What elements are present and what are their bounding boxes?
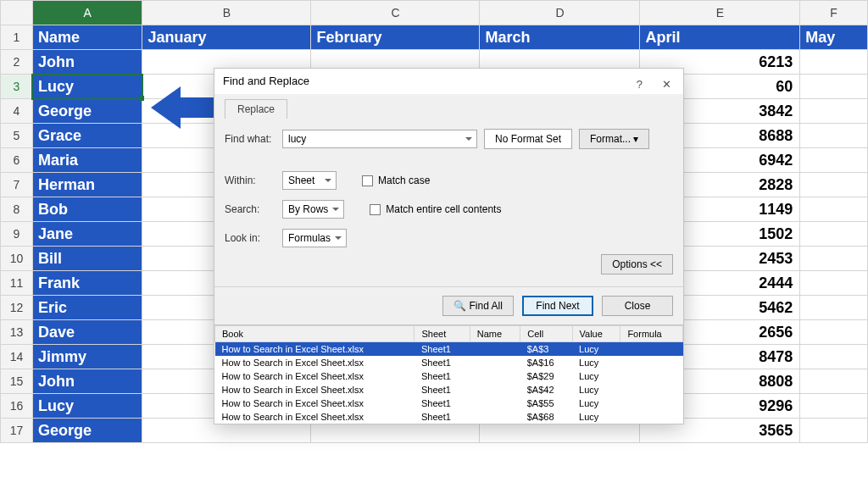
cell-A3[interactable]: Lucy xyxy=(32,75,142,99)
match-entire-checkbox[interactable]: Match entire cell contents xyxy=(370,203,501,215)
header-cell[interactable]: May xyxy=(800,25,868,50)
results-col-Value[interactable]: Value xyxy=(572,326,620,342)
cell-F5[interactable] xyxy=(800,124,868,148)
cell-A9[interactable]: Jane xyxy=(32,222,142,247)
row-header-7[interactable]: 7 xyxy=(1,173,33,197)
cell-F10[interactable] xyxy=(800,247,868,271)
cell-F7[interactable] xyxy=(800,173,868,197)
cell-F9[interactable] xyxy=(800,222,868,247)
col-header-B[interactable]: B xyxy=(142,1,311,25)
results-col-Book[interactable]: Book xyxy=(215,326,415,342)
row-header-16[interactable]: 16 xyxy=(1,394,33,419)
cell-A10[interactable]: Bill xyxy=(32,247,142,271)
cell-F6[interactable] xyxy=(800,148,868,173)
results-pane[interactable]: BookSheetNameCellValueFormulaHow to Sear… xyxy=(214,324,683,424)
find-what-input[interactable]: lucy xyxy=(282,130,477,148)
row-header-1[interactable]: 1 xyxy=(1,25,33,50)
find-replace-dialog: Find and Replace ? ✕ Replace Find what: … xyxy=(214,68,684,424)
row-header-10[interactable]: 10 xyxy=(1,247,33,271)
col-header-D[interactable]: D xyxy=(480,1,640,25)
tab-replace[interactable]: Replace xyxy=(225,99,287,119)
search-label: Search: xyxy=(225,203,275,215)
row-header-5[interactable]: 5 xyxy=(1,124,33,148)
row-header-9[interactable]: 9 xyxy=(1,222,33,247)
row-header-8[interactable]: 8 xyxy=(1,197,33,222)
results-col-Name[interactable]: Name xyxy=(470,326,520,342)
results-col-Formula[interactable]: Formula xyxy=(620,326,683,342)
results-col-Sheet[interactable]: Sheet xyxy=(415,326,470,342)
cell-A17[interactable]: George xyxy=(32,419,142,443)
cell-F15[interactable] xyxy=(800,369,868,394)
within-select[interactable]: Sheet xyxy=(282,171,337,190)
cell-F8[interactable] xyxy=(800,197,868,222)
header-cell[interactable]: January xyxy=(142,25,311,50)
close-button[interactable]: Close xyxy=(602,296,673,316)
match-case-checkbox[interactable]: Match case xyxy=(362,175,430,186)
results-row[interactable]: How to Search in Excel Sheet.xlsxSheet1$… xyxy=(215,410,683,424)
col-header-E[interactable]: E xyxy=(640,1,800,25)
options-button[interactable]: Options << xyxy=(601,254,673,274)
cell-A8[interactable]: Bob xyxy=(32,197,142,222)
cell-A7[interactable]: Herman xyxy=(32,173,142,197)
cell-F3[interactable] xyxy=(800,75,868,99)
header-cell[interactable]: March xyxy=(480,25,640,50)
cell-F12[interactable] xyxy=(800,296,868,320)
col-header-A[interactable]: A xyxy=(32,1,142,25)
cell-A16[interactable]: Lucy xyxy=(32,394,142,419)
header-cell[interactable]: April xyxy=(640,25,800,50)
cell-F17[interactable] xyxy=(800,419,868,443)
row-header-14[interactable]: 14 xyxy=(1,345,33,369)
lookin-select[interactable]: Formulas xyxy=(282,229,347,247)
row-header-4[interactable]: 4 xyxy=(1,99,33,124)
no-format-button[interactable]: No Format Set xyxy=(484,129,572,149)
row-header-17[interactable]: 17 xyxy=(1,419,33,443)
row-header-15[interactable]: 15 xyxy=(1,369,33,394)
cell-A6[interactable]: Maria xyxy=(32,148,142,173)
select-all-corner[interactable] xyxy=(1,1,33,25)
find-next-button[interactable]: Find Next xyxy=(522,296,593,316)
close-icon[interactable]: ✕ xyxy=(656,72,676,91)
cell-A15[interactable]: John xyxy=(32,369,142,394)
cell-A5[interactable]: Grace xyxy=(32,124,142,148)
results-row[interactable]: How to Search in Excel Sheet.xlsxSheet1$… xyxy=(215,369,683,383)
header-cell[interactable]: February xyxy=(311,25,480,50)
cell-F14[interactable] xyxy=(800,345,868,369)
results-row[interactable]: How to Search in Excel Sheet.xlsxSheet1$… xyxy=(215,342,683,357)
row-header-12[interactable]: 12 xyxy=(1,296,33,320)
search-select[interactable]: By Rows xyxy=(282,200,344,219)
cell-F4[interactable] xyxy=(800,99,868,124)
find-what-label: Find what: xyxy=(225,133,275,145)
results-col-Cell[interactable]: Cell xyxy=(520,326,572,342)
cell-F11[interactable] xyxy=(800,271,868,296)
row-header-3[interactable]: 3 xyxy=(1,75,33,99)
lookin-label: Look in: xyxy=(225,232,275,244)
within-label: Within: xyxy=(225,175,275,186)
col-header-F[interactable]: F xyxy=(800,1,868,25)
cell-A2[interactable]: John xyxy=(32,50,142,75)
col-header-C[interactable]: C xyxy=(311,1,480,25)
cell-F16[interactable] xyxy=(800,394,868,419)
results-row[interactable]: How to Search in Excel Sheet.xlsxSheet1$… xyxy=(215,383,683,396)
results-row[interactable]: How to Search in Excel Sheet.xlsxSheet1$… xyxy=(215,356,683,369)
row-header-6[interactable]: 6 xyxy=(1,148,33,173)
cell-A4[interactable]: George xyxy=(32,99,142,124)
header-cell[interactable]: Name xyxy=(32,25,142,50)
format-button[interactable]: Format... ▾ xyxy=(579,129,649,149)
row-header-2[interactable]: 2 xyxy=(1,50,33,75)
cell-A14[interactable]: Jimmy xyxy=(32,345,142,369)
cell-F13[interactable] xyxy=(800,320,868,345)
cell-A12[interactable]: Eric xyxy=(32,296,142,320)
row-header-13[interactable]: 13 xyxy=(1,320,33,345)
results-row[interactable]: How to Search in Excel Sheet.xlsxSheet1$… xyxy=(215,396,683,410)
dialog-title: Find and Replace xyxy=(223,75,309,87)
find-all-button[interactable]: 🔍 Find All xyxy=(442,296,514,316)
cell-A13[interactable]: Dave xyxy=(32,320,142,345)
cell-F2[interactable] xyxy=(800,50,868,75)
cell-A11[interactable]: Frank xyxy=(32,271,142,296)
dialog-titlebar[interactable]: Find and Replace ? ✕ xyxy=(214,69,683,94)
help-icon[interactable]: ? xyxy=(637,72,643,97)
row-header-11[interactable]: 11 xyxy=(1,271,33,296)
